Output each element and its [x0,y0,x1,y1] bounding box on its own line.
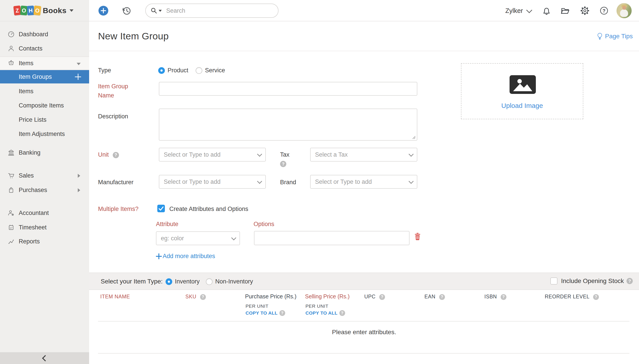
org-selector[interactable]: Zylker [505,0,531,21]
sidebar-item-sales[interactable]: Sales [0,170,89,181]
col-sku-text: SKU [185,294,196,300]
page-tips-link[interactable]: Page Tips [596,32,633,40]
sidebar-item-label: Timesheet [19,224,47,231]
col-isbn: ISBN ? [484,294,506,300]
sidebar-item-timesheet[interactable]: Timesheet [0,222,89,233]
col-upc-text: UPC [364,294,375,300]
dashboard-gauge-icon [8,31,15,38]
search-scope-caret-icon[interactable] [159,10,162,12]
lightbulb-icon [596,32,603,40]
non-inventory-label[interactable]: Non-Inventory [215,278,253,285]
type-product-radio[interactable] [158,67,165,74]
col-upc: UPC ? [364,294,385,300]
item-group-name-input[interactable] [159,82,417,96]
sidebar-item-price-lists[interactable]: Price Lists [0,114,89,126]
col-ean-text: EAN [424,294,435,300]
org-chevron-down-icon[interactable] [70,9,74,12]
copy-to-all-label: COPY TO ALL [305,310,338,316]
sidebar-collapse-bar[interactable] [0,352,89,364]
timesheet-calendar-icon [8,224,15,231]
sidebar-item-label: Items [19,60,34,67]
user-avatar[interactable] [616,3,632,18]
sidebar-item-banking[interactable]: Banking [0,147,89,158]
search-input[interactable] [166,7,265,14]
purchase-copy-to-all-link[interactable]: COPY TO ALL? [246,310,285,316]
sidebar-item-label: Price Lists [19,116,47,123]
chevron-down-icon [257,179,262,184]
manufacturer-select[interactable]: Select or Type to add [159,175,266,189]
selling-per-unit: PER UNIT [305,304,328,309]
col-purchase-price: Purchase Price (Rs.) [245,293,297,300]
create-attributes-label[interactable]: Create Attributes and Options [169,206,248,212]
sku-help-icon[interactable]: ? [200,294,206,300]
empty-attributes-message: Please enter attributes. [89,328,639,336]
reorder-help-icon[interactable]: ? [593,294,599,300]
notifications-bell-icon[interactable] [542,6,551,15]
chevron-right-icon [78,188,80,192]
bottom-divider [98,353,629,354]
unit-help-icon[interactable]: ? [113,152,119,158]
brand-select[interactable]: Select or Type to add [310,175,417,189]
upload-image-dropzone[interactable]: Upload Image [461,63,583,119]
sidebar-item-composite-items[interactable]: Composite Items [0,100,89,111]
tax-help-icon[interactable]: ? [280,161,286,167]
sidebar-item-contacts[interactable]: Contacts [0,43,89,54]
logo-area[interactable]: Z O H O Books [0,0,89,21]
type-service-radio[interactable] [196,67,202,74]
chevron-down-icon [77,63,81,65]
attribute-select[interactable]: eg: color [156,232,240,245]
manufacturer-placeholder: Select or Type to add [164,178,221,185]
chevron-down-icon [231,236,236,240]
chevron-down-icon [409,152,414,157]
inventory-radio[interactable] [165,278,172,285]
help-icon[interactable]: ? [599,6,608,15]
ean-help-icon[interactable]: ? [439,294,445,300]
sidebar-item-purchases[interactable]: Purchases [0,184,89,196]
inventory-label[interactable]: Inventory [175,278,200,285]
tax-placeholder: Select a Tax [315,151,348,158]
sidebar-item-reports[interactable]: Reports [0,236,89,247]
chevron-down-icon [526,7,532,13]
isbn-help-icon[interactable]: ? [501,294,506,300]
manufacturer-label: Manufacturer [98,179,133,186]
global-search[interactable] [145,4,279,18]
documents-folder-icon[interactable] [560,6,569,15]
sidebar-item-item-groups-active[interactable]: Item Groups [0,70,89,84]
sidebar-item-label: Banking [19,149,41,156]
unit-label: Unit ? [98,151,119,158]
sidebar-item-accountant[interactable]: Accountant [0,207,89,219]
sidebar-item-dashboard[interactable]: Dashboard [0,28,89,40]
svg-text:?: ? [602,8,605,14]
recent-history-icon[interactable] [121,6,132,16]
selling-copy-to-all-link[interactable]: COPY TO ALL? [305,310,345,316]
sidebar-item-item-adjustments[interactable]: Item Adjustments [0,128,89,140]
upc-help-icon[interactable]: ? [379,294,385,300]
opening-stock-help-icon[interactable]: ? [626,278,633,284]
sidebar-item-items[interactable]: Items [0,56,89,70]
include-opening-stock: Include Opening Stock ? [550,278,633,284]
opening-stock-label[interactable]: Include Opening Stock [561,278,624,284]
tax-select[interactable]: Select a Tax [310,148,417,162]
upload-image-label[interactable]: Upload Image [462,102,583,110]
copy-help-icon[interactable]: ? [339,310,345,316]
type-service-label[interactable]: Service [205,67,225,74]
opening-stock-checkbox[interactable] [550,278,557,284]
items-basket-icon [8,59,15,66]
add-more-attributes-link[interactable]: Add more attributes [156,253,215,260]
sidebar-item-items-sub[interactable]: Items [0,86,89,97]
create-attributes-checkbox[interactable] [157,205,165,212]
options-column-label: Options [254,221,274,228]
page-title: New Item Group [98,31,169,42]
description-textarea[interactable] [159,108,417,140]
quick-create-button[interactable] [98,6,108,16]
copy-help-icon[interactable]: ? [279,310,285,316]
type-product-label[interactable]: Product [167,67,188,74]
banking-bank-icon [8,149,15,156]
unit-select[interactable]: Select or Type to add [159,148,266,162]
add-item-group-icon[interactable] [75,74,81,80]
delete-attribute-button[interactable] [414,233,421,240]
options-input[interactable] [254,231,409,245]
non-inventory-radio[interactable] [206,278,212,285]
settings-gear-icon[interactable] [580,6,589,15]
add-more-attributes-label: Add more attributes [163,253,215,260]
